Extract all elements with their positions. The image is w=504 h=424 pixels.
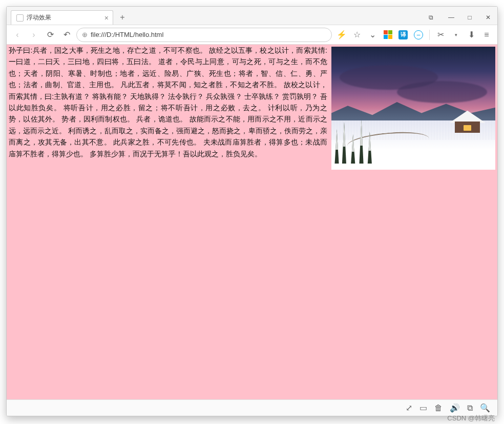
gesture-button[interactable]: ⤢ xyxy=(406,403,412,413)
reload-button[interactable]: ⟳ xyxy=(44,28,57,42)
block-button[interactable]: – xyxy=(412,28,425,42)
detach-button[interactable]: ⧉ xyxy=(422,10,440,25)
back-button[interactable]: ‹ xyxy=(11,28,24,42)
floated-image xyxy=(331,47,495,170)
new-tab-button[interactable]: + xyxy=(116,11,129,24)
trash-button[interactable]: 🗑 xyxy=(434,403,443,413)
translate-icon: 译 xyxy=(398,30,408,39)
window-controls: ⧉ — □ ✕ xyxy=(422,10,497,25)
tab-title: 浮动效果 xyxy=(27,13,51,22)
sound-button[interactable]: 🔊 xyxy=(450,403,460,413)
status-bar: ⤢ ▭ 🗑 🔊 ⧉ 🔍 xyxy=(7,399,497,416)
title-bar: 浮动效果 × + ⧉ — □ ✕ xyxy=(7,7,497,25)
dropdown-icon[interactable]: ⌄ xyxy=(366,28,379,42)
duplicate-button[interactable]: ⧉ xyxy=(467,403,473,413)
minus-circle-icon: – xyxy=(414,30,423,39)
download-button[interactable]: ⬇ xyxy=(465,28,478,42)
close-window-button[interactable]: ✕ xyxy=(479,10,497,25)
toolbar-divider xyxy=(429,30,430,40)
undo-button[interactable]: ↶ xyxy=(60,28,73,42)
translate-button[interactable]: 译 xyxy=(396,28,410,42)
favorite-icon[interactable]: ☆ xyxy=(350,28,364,42)
toolbar: ‹ › ⟳ ↶ ⊕ file:///D:/HTML/hello.html ⚡ ☆… xyxy=(7,25,497,45)
url-text: file:///D:/HTML/hello.html xyxy=(91,31,163,38)
search-button[interactable]: 🔍 xyxy=(480,403,490,413)
shield-icon: ⊕ xyxy=(82,31,88,38)
browser-tab[interactable]: 浮动效果 × xyxy=(11,10,113,25)
phone-view-button[interactable]: ▭ xyxy=(419,403,427,413)
toolbar-right: ⚡ ☆ ⌄ 译 – ✂ ▾ ⬇ ≡ xyxy=(335,28,493,42)
minimize-button[interactable]: — xyxy=(442,10,460,25)
forward-button[interactable]: › xyxy=(27,28,40,42)
maximize-button[interactable]: □ xyxy=(460,10,479,25)
browser-window: 浮动效果 × + ⧉ — □ ✕ ‹ › ⟳ ↶ ⊕ file:///D:/HT… xyxy=(6,6,498,416)
page-icon xyxy=(16,14,24,22)
screenshot-dropdown[interactable]: ▾ xyxy=(449,28,463,42)
microsoft-icon[interactable] xyxy=(381,28,394,42)
menu-button[interactable]: ≡ xyxy=(480,28,493,42)
screenshot-button[interactable]: ✂ xyxy=(434,28,447,42)
address-bar[interactable]: ⊕ file:///D:/HTML/hello.html xyxy=(76,28,332,42)
bolt-icon[interactable]: ⚡ xyxy=(335,28,348,42)
tab-close-icon[interactable]: × xyxy=(104,14,109,22)
page-content: 孙子曰:兵者，国之大事，死生之地，存亡之道，不可不察也。 故经之以五事，校之以计… xyxy=(7,45,497,399)
